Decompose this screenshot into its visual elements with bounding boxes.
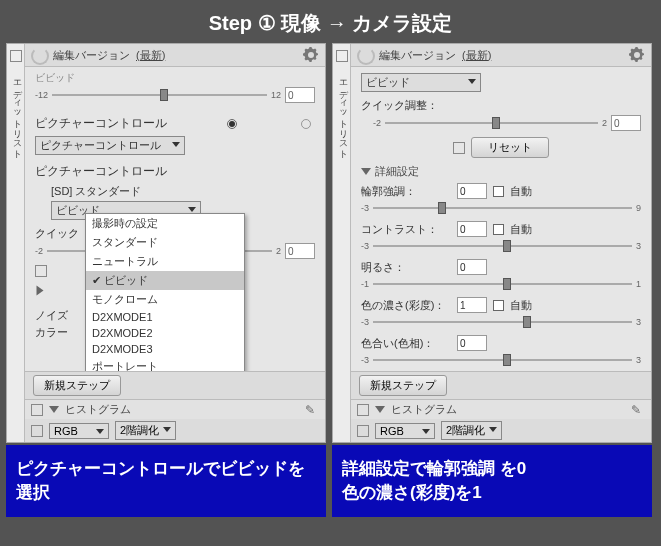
rgb-select[interactable]: RGB: [49, 423, 109, 439]
contrast-max: 3: [636, 241, 641, 251]
contrast-slider[interactable]: [373, 239, 632, 253]
bright-label: 明るさ：: [361, 260, 451, 275]
pc-vivid-select[interactable]: ビビッド: [361, 73, 481, 92]
topbar: 編集バージョン (最新): [25, 44, 325, 67]
contrast-min: -3: [361, 241, 369, 251]
hist-label: ヒストグラム: [391, 402, 457, 417]
hist-label: ヒストグラム: [65, 402, 131, 417]
topbar: 編集バージョン (最新): [351, 44, 651, 67]
hist2-box-icon[interactable]: [31, 425, 43, 437]
auto-label: 自動: [510, 184, 532, 199]
auto-label: 自動: [510, 222, 532, 237]
contrast-label: コントラスト：: [361, 222, 451, 237]
edit-list-tab[interactable]: エディットリスト: [7, 44, 25, 442]
hue-label: 色合い(色相)：: [361, 336, 451, 351]
hist-box-icon[interactable]: [31, 404, 43, 416]
new-step-button[interactable]: 新規ステップ: [359, 375, 447, 396]
dd-item[interactable]: モノクローム: [86, 290, 244, 309]
hist-tri-icon[interactable]: [49, 406, 59, 413]
quick-min: -2: [35, 246, 43, 256]
rgb-select[interactable]: RGB: [375, 423, 435, 439]
sat-auto-check[interactable]: [493, 300, 504, 311]
right-panel: エディットリスト 編集バージョン (最新) ビビッド クイック調整： -3 -2…: [332, 43, 652, 443]
quick-label: クイック: [35, 226, 79, 241]
sat-slider[interactable]: [373, 315, 632, 329]
sat-min: -3: [361, 317, 369, 327]
dd-item-selected[interactable]: ビビッド: [86, 271, 244, 290]
prev-selection-peek: ビビッド: [35, 71, 315, 85]
quick-value[interactable]: 0: [285, 243, 315, 259]
quick-slider[interactable]: [385, 116, 598, 130]
dd-item[interactable]: D2XMODE1: [86, 309, 244, 325]
dd-item[interactable]: ポートレート: [86, 357, 244, 371]
edit-list-tab[interactable]: エディットリスト: [333, 44, 351, 442]
ruler-max: 12: [271, 90, 281, 100]
dd-item[interactable]: スタンダード: [86, 233, 244, 252]
detail-label: 詳細設定: [375, 164, 419, 179]
sharp-slider[interactable]: [373, 201, 632, 215]
sat-value[interactable]: 1: [457, 297, 487, 313]
gear-icon[interactable]: [629, 47, 645, 63]
contrast-auto-check[interactable]: [493, 224, 504, 235]
pen-icon[interactable]: [631, 403, 645, 417]
pc-title: ピクチャーコントロール: [35, 115, 167, 132]
version-link[interactable]: (最新): [136, 48, 165, 63]
hist-box-icon[interactable]: [357, 404, 369, 416]
quick-value[interactable]: 0: [611, 115, 641, 131]
pc-sd-label: [SD] スタンダード: [51, 184, 141, 199]
radio-off[interactable]: [301, 119, 311, 129]
sharp-value[interactable]: 0: [457, 183, 487, 199]
pc-dropdown: 撮影時の設定 スタンダード ニュートラル ビビッド モノクローム D2XMODE…: [85, 213, 245, 371]
dd-item[interactable]: 撮影時の設定: [86, 214, 244, 233]
topbar-label: 編集バージョン: [379, 48, 456, 63]
noise-label: ノイズ: [35, 308, 68, 323]
ruler-value[interactable]: 0: [285, 87, 315, 103]
caption-right: 詳細設定で輪郭強調 を0 色の濃さ(彩度)を1: [332, 445, 652, 517]
tone-select[interactable]: 2階調化: [441, 421, 502, 440]
hue-min: -3: [361, 355, 369, 365]
sharp-auto-check[interactable]: [493, 186, 504, 197]
spinner-icon: [357, 47, 373, 63]
hue-max: 3: [636, 355, 641, 365]
topbar-label: 編集バージョン: [53, 48, 130, 63]
spinner-icon: [31, 47, 47, 63]
bright-max: 1: [636, 279, 641, 289]
hist2-box-icon[interactable]: [357, 425, 369, 437]
bright-min: -1: [361, 279, 369, 289]
version-link[interactable]: (最新): [462, 48, 491, 63]
sharp-label: 輪郭強調：: [361, 184, 451, 199]
sharp-max: 9: [636, 203, 641, 213]
gear-icon[interactable]: [303, 47, 319, 63]
sat-max: 3: [636, 317, 641, 327]
page-title: Step ① 現像 → カメラ設定: [0, 0, 661, 43]
contrast-value[interactable]: 0: [457, 221, 487, 237]
dd-item[interactable]: D2XMODE3: [86, 341, 244, 357]
pc-select[interactable]: ピクチャーコントロール: [35, 136, 185, 155]
left-panel: エディットリスト 編集バージョン (最新) ビビッド -12 12 0 ピクチャ…: [6, 43, 326, 443]
reset-icon: [453, 142, 465, 154]
hue-value[interactable]: 0: [457, 335, 487, 351]
slider[interactable]: [52, 88, 267, 102]
sat-label: 色の濃さ(彩度)：: [361, 298, 451, 313]
tone-select[interactable]: 2階調化: [115, 421, 176, 440]
bright-slider[interactable]: [373, 277, 632, 291]
pc-subtitle: ピクチャーコントロール: [35, 163, 167, 180]
quick-label: クイック調整：: [361, 98, 438, 113]
quick-max: 2: [276, 246, 281, 256]
tri-icon[interactable]: [37, 286, 44, 296]
new-step-button[interactable]: 新規ステップ: [33, 375, 121, 396]
radio-on[interactable]: [227, 119, 237, 129]
color-label: カラー: [35, 325, 68, 340]
caption-left: ピクチャーコントロールでビビッドを選択: [6, 445, 326, 517]
pen-icon[interactable]: [305, 403, 319, 417]
auto-label: 自動: [510, 298, 532, 313]
reset-button[interactable]: リセット: [471, 137, 549, 158]
hue-slider[interactable]: [373, 353, 632, 367]
ruler-min: -12: [35, 90, 48, 100]
hist-tri-icon[interactable]: [375, 406, 385, 413]
bright-value[interactable]: 0: [457, 259, 487, 275]
box-icon: [35, 265, 47, 277]
tri-down-icon[interactable]: [361, 168, 371, 175]
dd-item[interactable]: D2XMODE2: [86, 325, 244, 341]
dd-item[interactable]: ニュートラル: [86, 252, 244, 271]
